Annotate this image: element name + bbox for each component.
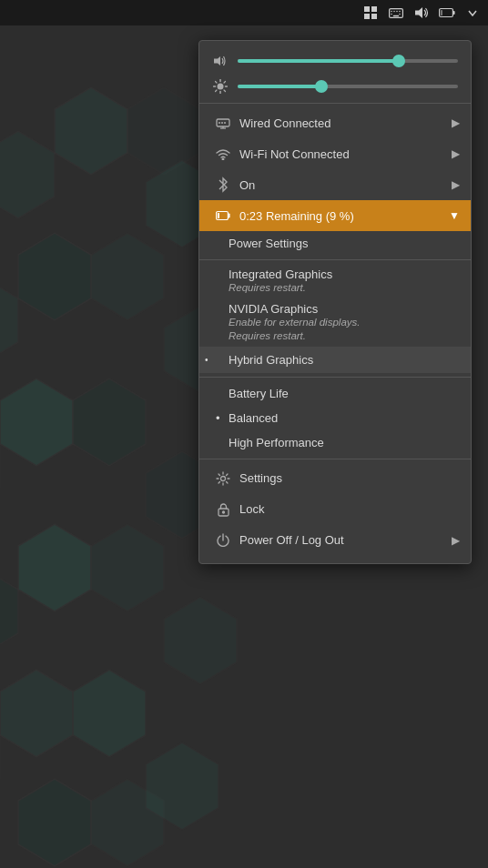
svg-point-55 [222, 158, 224, 160]
svg-line-45 [216, 82, 218, 84]
battery-menu-icon [214, 207, 232, 225]
svg-rect-58 [218, 213, 219, 218]
svg-rect-23 [364, 6, 370, 12]
svg-marker-35 [415, 7, 422, 18]
wifi-icon [214, 145, 232, 163]
svg-rect-38 [441, 10, 442, 15]
power-off-item[interactable]: Power Off / Log Out ▶ [199, 525, 471, 556]
divider-4 [199, 459, 471, 459]
svg-point-61 [222, 511, 224, 513]
nvidia-graphics-label: NVIDIA Graphics [229, 302, 456, 316]
nvidia-graphics-sublabel: Enable for external displays.Requires re… [229, 316, 456, 343]
wired-connected-item[interactable]: Wired Connected ▶ [199, 107, 471, 138]
hybrid-graphics-item[interactable]: • Hybrid Graphics [199, 347, 471, 373]
brightness-slider-row [199, 74, 471, 99]
volume-track[interactable] [238, 59, 458, 63]
svg-line-48 [216, 90, 218, 92]
power-icon [214, 531, 232, 550]
divider-2 [199, 259, 471, 260]
svg-line-47 [224, 82, 226, 84]
divider-3 [199, 377, 471, 378]
settings-icon [214, 469, 232, 488]
svg-rect-25 [364, 14, 370, 19]
lock-icon [214, 500, 232, 519]
integrated-graphics-label: Integrated Graphics [229, 267, 456, 281]
svg-rect-26 [371, 14, 377, 19]
battery-life-label: Battery Life [229, 387, 289, 400]
lock-item[interactable]: Lock [199, 494, 471, 525]
hybrid-bullet: • [205, 355, 208, 365]
power-off-label: Power Off / Log Out [239, 533, 344, 547]
balanced-item[interactable]: Balanced [199, 406, 471, 430]
battery-label: 0:23 Remaining (9 %) [239, 209, 354, 223]
wired-arrow: ▶ [452, 116, 460, 129]
volume-slider-icon [212, 53, 229, 69]
divider-1 [199, 103, 471, 104]
bluetooth-icon [214, 176, 232, 194]
bluetooth-label: On [239, 178, 255, 192]
svg-rect-49 [217, 119, 229, 126]
lock-label: Lock [239, 502, 264, 516]
power-off-arrow: ▶ [452, 534, 460, 547]
brightness-track[interactable] [238, 85, 458, 88]
balanced-label: Balanced [229, 411, 278, 425]
bluetooth-arrow: ▶ [452, 178, 460, 191]
wired-label: Wired Connected [239, 116, 330, 130]
svg-point-40 [218, 84, 224, 90]
svg-rect-24 [371, 6, 377, 12]
brightness-slider-icon [212, 78, 229, 95]
hybrid-graphics-label: Hybrid Graphics [229, 353, 313, 367]
svg-marker-39 [214, 56, 220, 66]
chevron-down-icon[interactable] [464, 5, 481, 21]
nvidia-graphics-item[interactable]: NVIDIA Graphics Enable for external disp… [199, 298, 471, 347]
battery-icon[interactable] [439, 5, 455, 21]
svg-rect-37 [453, 11, 455, 15]
wifi-item[interactable]: Wi-Fi Not Connected ▶ [199, 138, 471, 169]
svg-point-59 [221, 476, 226, 480]
bluetooth-item[interactable]: On ▶ [199, 169, 471, 200]
power-settings-item[interactable]: Power Settings [199, 231, 471, 256]
integrated-graphics-sublabel: Requires restart. [229, 281, 456, 295]
settings-item[interactable]: Settings [199, 463, 471, 494]
battery-item[interactable]: 0:23 Remaining (9 %) ▼ [199, 200, 471, 231]
wired-icon [214, 114, 232, 132]
svg-rect-57 [229, 214, 230, 218]
volume-slider-row [199, 48, 471, 74]
wifi-label: Wi-Fi Not Connected [239, 147, 350, 161]
power-settings-label: Power Settings [229, 237, 308, 250]
dropdown-menu: Wired Connected ▶ Wi-Fi Not Connected ▶ … [198, 40, 472, 564]
grid-icon[interactable] [362, 5, 379, 21]
wifi-arrow: ▶ [452, 147, 460, 160]
high-performance-item[interactable]: High Performance [199, 430, 471, 455]
battery-life-item[interactable]: Battery Life [199, 381, 471, 406]
keyboard-icon[interactable] [388, 5, 404, 21]
integrated-graphics-item[interactable]: Integrated Graphics Requires restart. [199, 264, 471, 298]
settings-label: Settings [239, 471, 282, 485]
high-performance-label: High Performance [229, 436, 324, 449]
battery-arrow: ▼ [449, 209, 460, 222]
svg-line-46 [224, 90, 226, 92]
volume-icon[interactable] [413, 5, 430, 21]
topbar [0, 0, 488, 25]
